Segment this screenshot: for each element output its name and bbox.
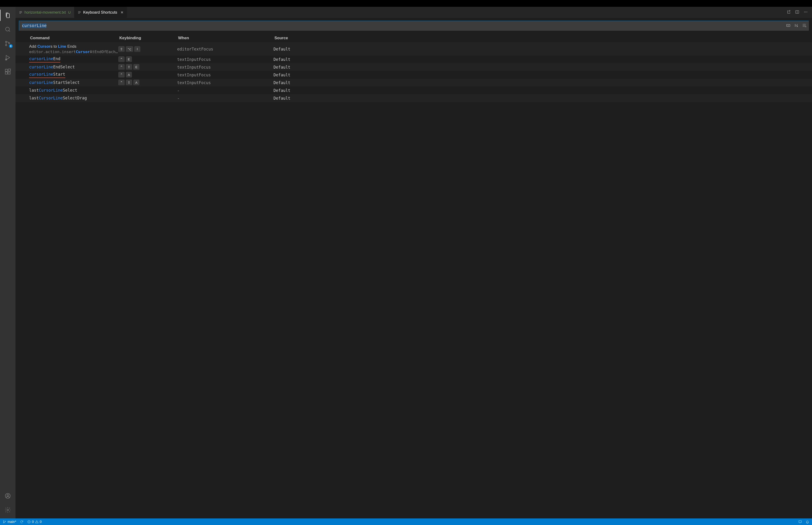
table-row[interactable]: cursorLineEndSelect⌃⇧EtextInputFocusDefa… [16,63,812,71]
tab-horizontal-movement[interactable]: horizontal-movement.txt U [16,7,74,18]
error-icon [27,520,31,524]
svg-rect-16 [787,24,790,26]
cmd-cell: cursorLineEndSelect [29,64,119,70]
svg-point-0 [6,27,10,31]
explorer-icon[interactable] [2,10,13,21]
more-icon[interactable] [803,10,808,15]
file-lines-icon [78,11,81,14]
table-row[interactable]: cursorLineEnd⌃EtextInputFocusDefault [16,56,812,63]
key-chip: ⇧ [126,80,132,86]
status-bell[interactable] [806,520,809,524]
svg-point-2 [5,44,6,46]
key-chip: ⌃ [119,80,124,86]
source-cell: Default [274,47,812,51]
key-chip: A [126,72,132,78]
when-cell: - [177,96,274,101]
shortcuts-table: Command Keybinding When Source Add Curso… [16,31,812,519]
clear-filter-icon[interactable] [802,23,807,28]
status-branch[interactable]: main* [3,520,16,524]
when-cell: textInputFocus [177,73,274,77]
source-cell: Default [274,73,812,77]
source-control-icon[interactable]: 8 [2,38,13,49]
status-sync[interactable] [20,520,24,524]
svg-point-10 [7,494,9,496]
svg-rect-7 [8,72,10,74]
svg-point-18 [3,522,4,523]
svg-rect-6 [5,72,7,74]
when-cell: textInputFocus [177,65,274,70]
svg-point-13 [804,12,805,12]
cmd-cell: lastCursorLineSelectDrag [29,95,119,101]
cmd-cell: cursorLineStart [29,72,119,78]
key-chip: E [134,64,139,70]
key-chip: ⇧ [119,46,124,52]
source-cell: Default [274,80,812,85]
key-chip: A [134,80,139,86]
record-keys-icon[interactable] [786,23,791,28]
keybinding-cell: ⌃⇧E [119,64,177,70]
svg-point-14 [806,12,806,12]
search-input-value[interactable]: cursorLine [22,23,47,28]
cmd-cell: lastCursorLineSelect [29,88,119,93]
svg-point-17 [3,521,4,521]
svg-point-1 [5,41,6,42]
errors-count: 0 [32,520,34,524]
search-icon[interactable] [2,24,13,35]
close-icon[interactable]: ✕ [121,10,124,15]
branch-name: main* [7,520,16,524]
svg-rect-8 [8,69,10,71]
run-debug-icon[interactable] [2,52,13,63]
when-cell: editorTextFocus [177,47,274,51]
cmd-cell: cursorLineEnd [29,56,119,62]
table-header: Command Keybinding When Source [16,33,812,43]
key-chip: ⌃ [119,64,124,70]
shortcuts-search-box[interactable]: cursorLine [19,21,809,31]
warnings-count: 0 [40,520,42,524]
when-cell: textInputFocus [177,80,274,85]
table-row[interactable]: lastCursorLineSelect-Default [16,87,812,94]
tabs-row: horizontal-movement.txt U Keyboard Short… [16,7,812,18]
search-filter-icons [786,23,807,28]
svg-rect-5 [5,69,7,72]
col-when[interactable]: When [177,36,274,41]
activity-bar: 8 [0,7,16,519]
key-chip: ⌃ [119,72,124,78]
svg-point-11 [7,509,9,511]
warning-icon [35,520,39,524]
open-json-icon[interactable] [787,10,791,15]
when-cell: - [177,88,274,93]
key-chip: I [134,46,140,52]
table-row[interactable]: lastCursorLineSelectDrag-Default [16,94,812,102]
settings-gear-icon[interactable] [2,504,13,515]
col-command[interactable]: Command [29,36,119,41]
key-chip: ⇧ [126,64,132,70]
file-lines-icon [19,11,22,14]
scm-badge: 8 [9,44,13,48]
tab-keyboard-shortcuts[interactable]: Keyboard Shortcuts ✕ [74,7,127,18]
key-chip: ⌃ [119,56,124,62]
when-cell: textInputFocus [177,57,274,62]
table-row[interactable]: cursorLineStartSelect⌃⇧AtextInputFocusDe… [16,79,812,87]
source-cell: Default [274,96,812,101]
status-feedback[interactable] [798,520,802,524]
keybinding-cell: ⇧⌥I [119,46,177,52]
col-keybinding[interactable]: Keybinding [119,36,177,41]
table-row[interactable]: cursorLineStart⌃AtextInputFocusDefault [16,71,812,79]
key-chip: ⌥ [126,46,133,52]
tab-label: horizontal-movement.txt [25,10,66,15]
sort-precedence-icon[interactable] [794,23,799,28]
accounts-icon[interactable] [2,490,13,501]
key-chip: E [126,56,132,62]
tab-label: Keyboard Shortcuts [83,10,117,15]
extensions-icon[interactable] [2,66,13,77]
keybinding-cell: ⌃E [119,56,177,62]
window-titlebar-gap [0,0,812,7]
editor-area: horizontal-movement.txt U Keyboard Short… [16,7,812,519]
cmd-cell: Add Cursors to Line Endseditor.action.in… [29,44,119,54]
source-cell: Default [274,65,812,70]
keybinding-cell: ⌃⇧A [119,80,177,86]
status-problems[interactable]: 0 0 [27,520,42,524]
col-source[interactable]: Source [274,36,812,41]
split-editor-icon[interactable] [795,10,799,15]
table-row[interactable]: Add Cursors to Line Endseditor.action.in… [16,43,812,56]
